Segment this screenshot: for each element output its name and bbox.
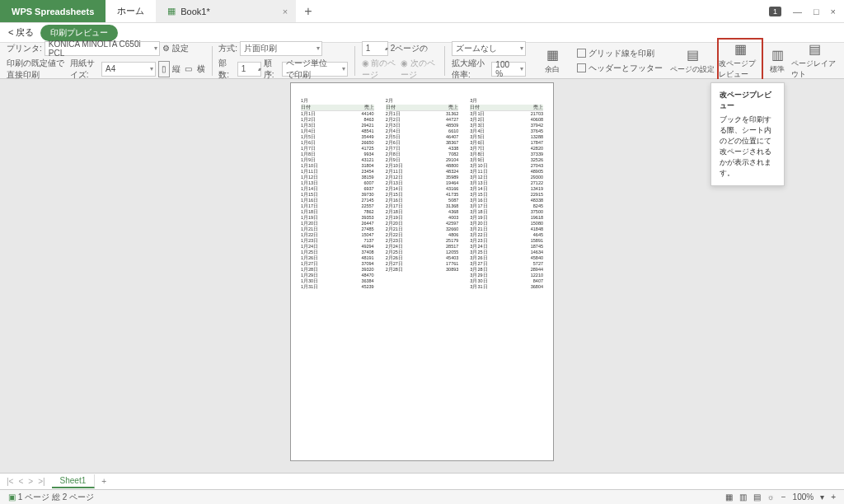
zoom-in-icon[interactable]: + (831, 492, 836, 502)
doc-tab-icon: ▦ (167, 6, 176, 16)
preview-page: 1月日付売上1月1日441401月2日84631月3日294211月4日4854… (290, 82, 554, 461)
add-tab-button[interactable]: + (296, 4, 320, 19)
page-setup-icon: ▤ (687, 47, 699, 63)
margins-button[interactable]: ▦ 余白 (529, 38, 575, 83)
back-label: 戻る (16, 27, 34, 37)
page-from-value: 1 (366, 44, 371, 53)
header-footer-label: ヘッダーとフッター (588, 63, 663, 74)
page-break-icon: ▦ (734, 41, 747, 57)
duplex-select[interactable]: 片面印刷 (240, 41, 322, 56)
page-break-tooltip: 改ページプレビュー ブックを印刷する際、シート内のどの位置にて改ページされるかが… (710, 82, 785, 186)
tooltip-body: ブックを印刷する際、シート内のどの位置にて改ページされるかが表示されます。 (720, 114, 776, 179)
page-break-label: 改ページプレビュー (719, 58, 762, 80)
printer-settings-button[interactable]: ⚙ 設定 (162, 43, 189, 54)
page-of-label: 2ページの (391, 43, 429, 54)
landscape-label: 横 (197, 63, 205, 75)
printer-label: プリンタ: (7, 43, 42, 54)
page-layout-icon: ▤ (809, 41, 821, 57)
back-button[interactable]: < 戻る (8, 26, 34, 39)
margins-label: 余白 (545, 64, 560, 75)
direct-print-label: 印刷の既定値で直接印刷 (7, 58, 68, 81)
normal-view-icon: ▥ (771, 47, 784, 63)
order-label: 順序: (264, 58, 279, 81)
printer-settings-label: 設定 (172, 44, 189, 53)
next-page-label: 次のページ (401, 58, 435, 79)
page-from-spinner[interactable]: 1 (362, 41, 388, 56)
month-table: 1月日付売上1月1日441401月2日84631月3日294211月4日4854… (301, 98, 374, 446)
header-footer-checkbox[interactable] (577, 63, 586, 72)
paper-label: 用紙サイズ: (70, 58, 99, 81)
page-layout-label: ページレイアウト (791, 58, 837, 80)
doc-tab-label: Book1* (181, 7, 209, 16)
view-grid-icon[interactable]: ▥ (739, 492, 747, 502)
minimize-icon[interactable]: — (793, 7, 802, 16)
paper-size-select[interactable]: A4 (101, 62, 156, 77)
maximize-icon[interactable]: □ (814, 7, 819, 16)
view-read-icon[interactable]: ▤ (753, 492, 761, 502)
prev-page-button[interactable]: ◉ 前のページ (362, 58, 399, 81)
tooltip-title: 改ページプレビュー (720, 90, 776, 111)
print-gridlines-checkbox[interactable] (577, 49, 586, 58)
page-break-preview-button[interactable]: ▦ 改ページプレビュー (717, 38, 763, 83)
zoom-out-icon[interactable]: − (781, 492, 786, 502)
status-text: 1 ページ 総 2 ページ (18, 492, 94, 503)
month-table: 3月日付売上3月1日217033月2日406083月3日379423月4日376… (470, 98, 543, 446)
sheet-tab-bar: |<<>>| Sheet1 + (0, 473, 844, 489)
zoom-ratio-select[interactable]: 100 % (491, 62, 526, 77)
method-label: 方式: (218, 43, 237, 54)
orientation-portrait-button[interactable]: ▯ (158, 61, 170, 77)
portrait-label: 縦 (172, 63, 181, 75)
view-normal-icon[interactable]: ▦ (725, 492, 733, 502)
page-layout-button[interactable]: ▤ ページレイアウト (791, 38, 837, 83)
zoom-preset-select[interactable]: ズームなし (452, 41, 526, 56)
home-tab[interactable]: ホーム (106, 0, 156, 22)
sheet-tab-sheet1[interactable]: Sheet1 (52, 474, 96, 488)
sheet-nav[interactable]: |<<>>| (0, 477, 52, 486)
zoom-ratio-label: 拡大縮小倍率: (452, 58, 489, 81)
mode-pill: 印刷プレビュー (40, 25, 118, 41)
copies-spinner[interactable]: 1 (237, 62, 261, 77)
month-table: 2月日付売上2月1日313622月2日447272月3日485092月4日661… (386, 98, 459, 446)
orientation-landscape-button[interactable]: ▭ (183, 61, 195, 77)
print-toolbar: プリンタ: KONICA MINOLTA C650i PCL ⚙ 設定 印刷の既… (0, 43, 844, 79)
page-setup-label: ページの設定 (670, 64, 715, 75)
page-setup-button[interactable]: ▤ ページの設定 (669, 38, 715, 83)
window-badge: 1 (769, 7, 781, 16)
status-bar: ▣ 1 ページ 総 2 ページ ▦ ▥ ▤ ☼ − 100% ▾ + (0, 489, 844, 504)
prev-page-label: 前のページ (362, 58, 396, 79)
add-sheet-button[interactable]: + (95, 477, 113, 486)
normal-view-label: 標準 (770, 64, 785, 75)
zoom-dropdown-icon[interactable]: ▾ (820, 492, 824, 502)
zoom-value: 100% (793, 492, 814, 502)
preview-workspace: 1月日付売上1月1日441401月2日84631月3日294211月4日4854… (0, 79, 844, 473)
copies-value: 1 (241, 64, 246, 73)
close-window-icon[interactable]: × (831, 7, 836, 16)
printer-select[interactable]: KONICA MINOLTA C650i PCL (45, 41, 160, 56)
margins-icon: ▦ (546, 47, 559, 63)
status-icon: ▣ (8, 492, 16, 502)
next-page-button[interactable]: ◉ 次のページ (401, 58, 438, 81)
normal-view-button[interactable]: ▥ 標準 (765, 38, 790, 83)
app-brand-tab: WPS Spreadsheets (0, 0, 106, 22)
copies-label: 部数: (218, 58, 234, 81)
title-tabs: WPS Spreadsheets ホーム ▦ Book1* × + 1 — □ … (0, 0, 844, 23)
view-focus-icon[interactable]: ☼ (767, 492, 775, 502)
document-tab[interactable]: ▦ Book1* × (156, 0, 296, 22)
collate-select[interactable]: ページ単位で印刷 (282, 62, 348, 77)
print-gridlines-label: グリッド線を印刷 (588, 48, 654, 59)
close-tab-icon[interactable]: × (283, 7, 288, 16)
